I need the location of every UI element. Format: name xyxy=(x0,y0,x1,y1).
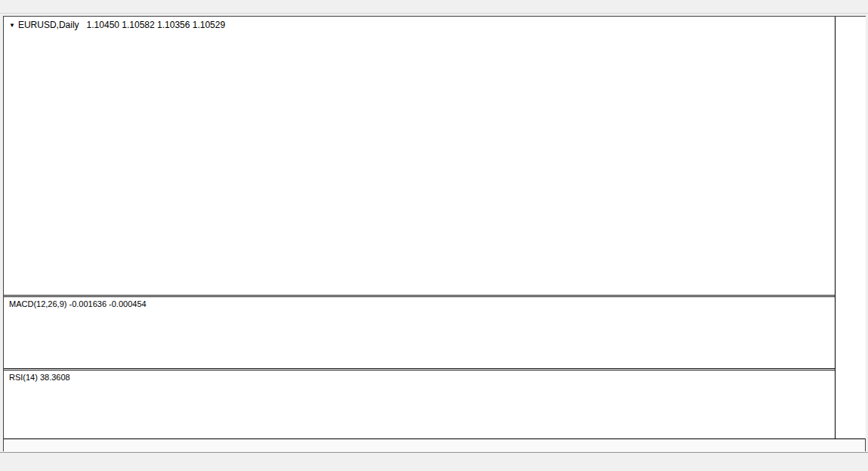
main-chart-canvas[interactable] xyxy=(4,17,835,295)
chart-title: ▼EURUSD,Daily1.10450 1.10582 1.10356 1.1… xyxy=(9,20,225,30)
macd-label: MACD(12,26,9) -0.001636 -0.000454 xyxy=(9,299,147,308)
chart-window: ▼EURUSD,Daily1.10450 1.10582 1.10356 1.1… xyxy=(3,16,866,451)
panel-splitter-macd-rsi[interactable] xyxy=(4,368,865,370)
price-axis[interactable] xyxy=(835,17,866,438)
time-axis[interactable] xyxy=(4,438,865,451)
rsi-label: RSI(14) 38.3608 xyxy=(9,373,70,382)
collapse-chevron-icon[interactable]: ▼ xyxy=(9,22,15,29)
chart-symbol-label: EURUSD,Daily xyxy=(18,20,79,30)
trading-terminal: ▼EURUSD,Daily1.10450 1.10582 1.10356 1.1… xyxy=(0,0,868,471)
chart-ohlc-values: 1.10450 1.10582 1.10356 1.10529 xyxy=(87,20,226,30)
panel-splitter-main-macd[interactable] xyxy=(4,295,865,297)
rsi-panel-canvas[interactable] xyxy=(4,370,835,438)
chart-tabs-bar xyxy=(0,452,868,468)
timeframe-toolbar xyxy=(0,0,868,14)
